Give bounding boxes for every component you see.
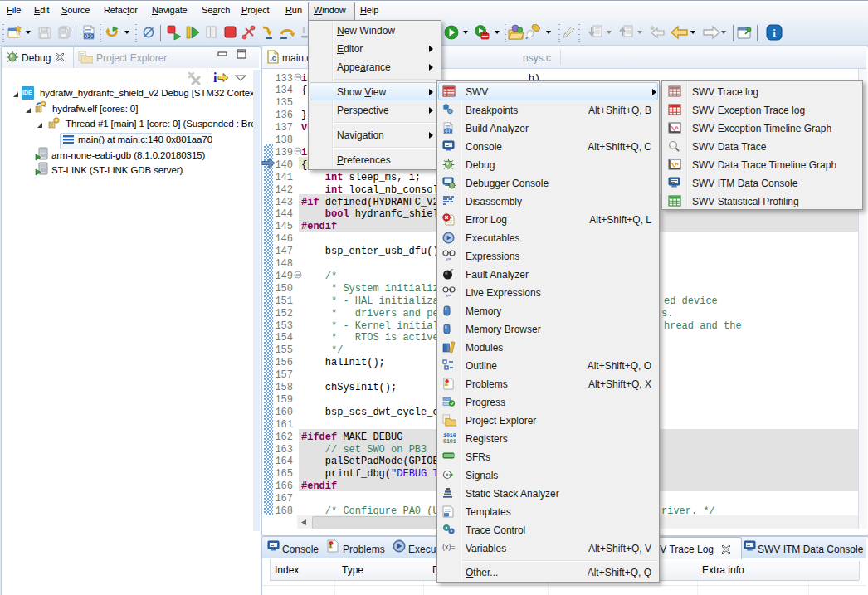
svg-text:010: 010: [84, 33, 94, 39]
svg-text:010: 010: [444, 129, 452, 134]
svg-text:(x)=: (x)=: [442, 543, 456, 551]
svg-text:.c: .c: [270, 54, 276, 62]
svg-text:x=: x=: [446, 256, 451, 261]
svg-text:0101: 0101: [443, 439, 456, 444]
svg-text:x=: x=: [446, 293, 451, 298]
